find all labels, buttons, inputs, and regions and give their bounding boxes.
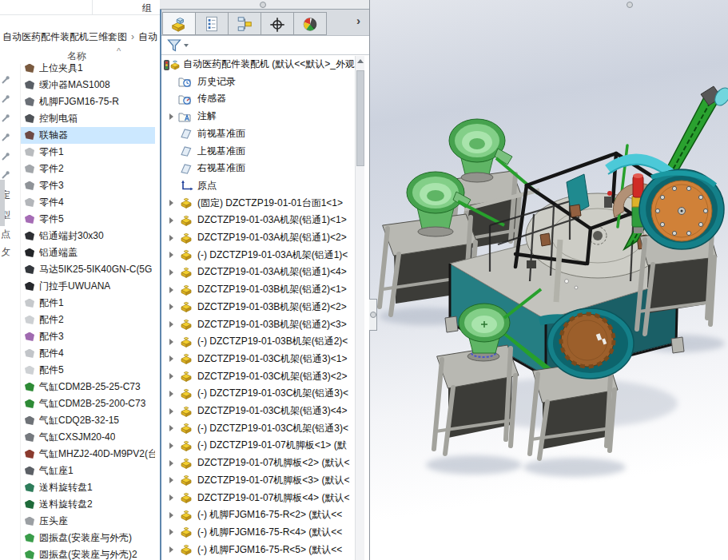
tree-item[interactable]: 右视基准面 [162,160,355,177]
file-list-item[interactable]: 机脚FJGM16-75-R [21,93,155,110]
expand-arrow-icon[interactable] [169,339,173,345]
tree-item[interactable]: DZCTZP19-01-03C机架(铝通3)<2> [162,368,355,385]
tree-item[interactable]: DZCTZP19-01-03A机架(铝通1)<4> [162,264,355,280]
file-list-item[interactable]: 气缸CDM2B-25-25-C73 [21,379,155,395]
tree-item[interactable]: 传感器 [162,90,355,107]
tree-item[interactable]: DZCTZP19-01-03A机架(铝通1)<2> [162,229,355,246]
expand-arrow-icon[interactable] [169,443,173,449]
file-list-item[interactable]: 缓冲器MAS1008 [21,77,155,93]
file-list-item[interactable]: 送料旋转盘2 [21,496,155,513]
tree-item[interactable]: 自动医药配件装配机 (默认<<默认>_外观 [162,56,355,73]
expand-arrow-icon[interactable] [169,477,173,483]
file-list-item[interactable]: 联轴器 [21,127,155,144]
file-list-item[interactable]: 零件2 [21,161,155,177]
tree-item[interactable]: 注解 [162,108,355,125]
expand-arrow-icon[interactable] [169,113,173,120]
expand-arrow-icon[interactable] [169,252,173,258]
filter-icon[interactable] [166,38,182,53]
expand-arrow-icon[interactable] [169,235,173,241]
splitter-handle-icon[interactable] [370,312,376,318]
tree-item[interactable]: 上视基准面 [162,143,355,160]
tree-item[interactable]: (-) DZCTZP19-01-07机脚板<1> (默 [162,437,355,454]
tree-item[interactable]: (固定) DZCTZP19-01-01台面1<1> [162,195,355,212]
expand-arrow-icon[interactable] [169,425,173,431]
tree-item[interactable]: (-) 机脚FJGM16-75-R<5> (默认<< [162,542,355,558]
tab-displaymanager[interactable] [293,12,327,35]
expand-arrow-icon[interactable] [169,287,173,293]
tab-featuremanager[interactable] [162,12,196,35]
file-list-item[interactable]: 圆振盘(安装座与外壳)2 [21,546,155,560]
expand-arrow-icon[interactable] [169,512,173,518]
file-list-item[interactable]: 控制电箱 [21,110,155,127]
file-list-item[interactable]: 马达5IK25-5IK40GN-C(5G [21,261,155,278]
breadcrumb-folder[interactable]: 自动 [138,31,157,42]
sort-ascending-icon[interactable]: ^ [117,46,121,56]
expand-arrow-icon[interactable] [169,321,173,328]
tab-configurationmanager[interactable] [228,12,261,35]
expand-arrow-icon[interactable] [169,269,173,276]
file-list-item[interactable]: 气缸CDQ2B-32-15 [21,412,155,429]
file-list-item[interactable]: 上位夹具1 [21,62,155,77]
expand-arrow-icon[interactable] [169,408,173,415]
panel-splitter-handle-icon[interactable] [260,2,266,8]
tree-item[interactable]: 原点 [162,177,355,194]
file-list-item[interactable]: 零件3 [21,177,155,194]
filter-dropdown-caret-icon[interactable] [184,44,189,47]
tree-item[interactable]: (-) DZCTZP19-01-03A机架(铝通1)< [162,247,355,264]
file-list-item[interactable]: 气缸座1 [21,463,155,479]
tree-item[interactable]: DZCTZP19-01-03A机架(铝通1)<1> [162,212,355,228]
scrollbar-thumb[interactable] [356,70,364,166]
file-list-item[interactable]: 铝通端封30x30 [21,228,155,244]
3d-viewport[interactable] [370,0,728,560]
file-list-item[interactable]: 配件3 [21,328,155,345]
viewport-splitter-tab[interactable] [369,299,377,331]
feeder-stand-bottom-left[interactable] [434,345,519,454]
scroll-up-arrow-icon[interactable] [357,59,364,63]
expand-arrow-icon[interactable] [169,546,173,553]
organize-menu-label[interactable]: 组 [142,2,152,15]
name-column-header[interactable]: 名称 [67,50,86,63]
more-tabs-button[interactable]: › [356,14,368,27]
file-list-item[interactable]: 门拉手UWUANA [21,278,155,295]
file-list-item[interactable]: 配件5 [21,362,155,379]
expand-arrow-icon[interactable] [169,217,173,224]
tab-dimxpertmanager[interactable] [261,12,294,35]
file-list-item[interactable]: 气缸MHZJ2-40D-M9PV2(台 [21,446,155,463]
expand-arrow-icon[interactable] [169,373,173,379]
tree-item[interactable]: DZCTZP19-01-03C机架(铝通3)<1> [162,351,355,367]
tree-item[interactable]: 历史记录 [162,73,355,90]
tree-item[interactable]: (-) 机脚FJGM16-75-R<4> (默认<< [162,524,355,541]
tree-item[interactable]: DZCTZP19-01-03C机架(铝通3)<4> [162,403,355,419]
viewport-split-handle-icon[interactable] [627,2,633,8]
tree-item[interactable]: DZCTZP19-01-07机脚板<2> (默认< [162,455,355,471]
file-list-item[interactable]: 零件5 [21,211,155,228]
file-list-item[interactable]: 送料旋转盘1 [21,479,155,496]
tree-item[interactable]: (-) DZCTZP19-01-03C机架(铝通3)< [162,385,355,402]
tab-propertymanager[interactable] [195,12,229,35]
parts-disc-bottom[interactable] [547,308,634,379]
file-list-item[interactable]: 配件1 [21,295,155,312]
tree-item[interactable]: 前视基准面 [162,125,355,142]
breadcrumb-folder[interactable]: 自动医药配件装配机三维套图 [2,31,127,42]
expand-arrow-icon[interactable] [169,200,173,206]
file-list-item[interactable]: 压头座 [21,513,155,530]
expand-arrow-icon[interactable] [169,355,173,362]
tree-item[interactable]: (-) DZCTZP19-01-03B机架(铝通2)< [162,333,355,350]
file-list-item[interactable]: 配件2 [21,312,155,328]
file-list-item[interactable]: 零件4 [21,194,155,211]
tree-item[interactable]: DZCTZP19-01-03B机架(铝通2)<1> [162,281,355,298]
file-list-item[interactable]: 铝通端盖 [21,244,155,261]
expand-arrow-icon[interactable] [169,529,173,535]
tree-item[interactable]: DZCTZP19-01-03B机架(铝通2)<2> [162,299,355,316]
file-list-item[interactable]: 零件1 [21,144,155,161]
file-list-item[interactable]: 圆振盘(安装座与外壳) [21,530,155,546]
tree-item[interactable]: DZCTZP19-01-07机脚板<4> (默认< [162,490,355,506]
file-list-item[interactable]: 气缸CXSJM20-40 [21,429,155,446]
tree-item[interactable]: DZCTZP19-01-03B机架(铝通2)<3> [162,316,355,333]
tree-scrollbar[interactable] [355,56,364,560]
expand-arrow-icon[interactable] [169,304,173,310]
file-list-item[interactable]: 气缸CDM2B-25-200-C73 [21,395,155,412]
tree-item[interactable]: (-) 机脚FJGM16-75-R<2> (默认<< [162,506,355,523]
tree-item[interactable]: DZCTZP19-01-07机脚板<3> (默认< [162,472,355,489]
tree-item[interactable]: (-) DZCTZP19-01-03C机架(铝通3)< [162,420,355,437]
